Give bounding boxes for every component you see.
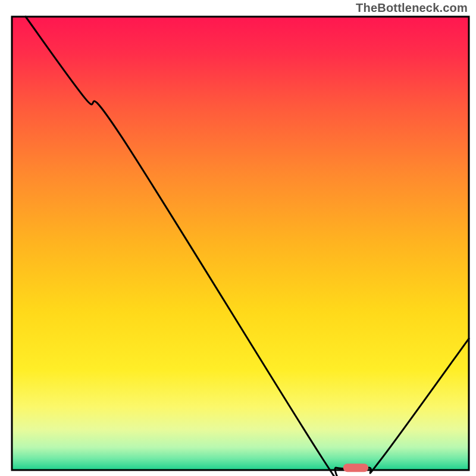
gradient-background xyxy=(12,17,469,470)
bottleneck-chart xyxy=(0,0,476,476)
marker-optimal-range xyxy=(343,464,368,472)
watermark-text: TheBottleneck.com xyxy=(356,1,468,15)
chart-container: TheBottleneck.com xyxy=(0,0,476,476)
